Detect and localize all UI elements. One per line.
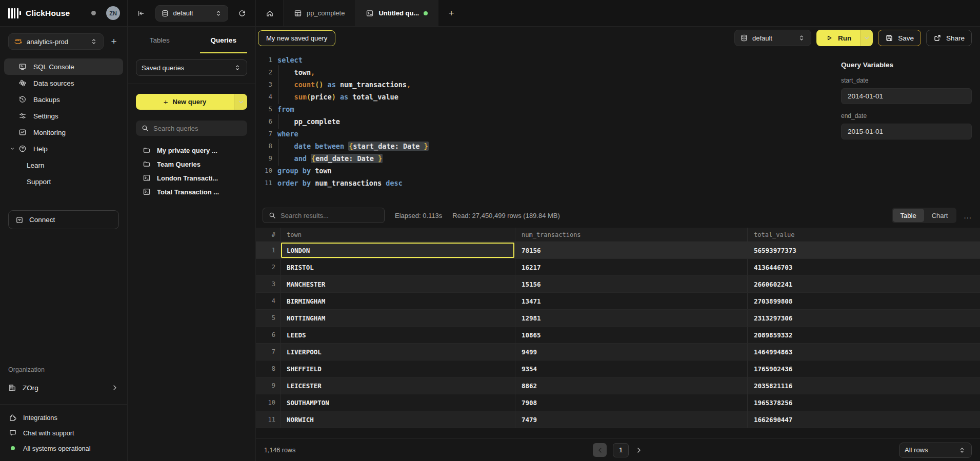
sidebar-item-monitoring[interactable]: Monitoring [4,124,123,141]
next-page-button[interactable] [635,446,643,454]
notification-dot-icon[interactable] [91,11,96,15]
view-table-button[interactable]: Table [893,209,924,222]
cell-total_value[interactable]: 4136446703 [747,259,980,275]
saved-query-tab[interactable]: My new saved query [258,30,335,46]
cell-town[interactable]: BIRMINGHAM [280,293,515,309]
saved-queries-select[interactable]: Saved queries [136,59,247,76]
cell-num_transactions[interactable]: 78156 [515,242,747,258]
row-index[interactable]: 7 [256,344,280,360]
cell-total_value[interactable]: 1662690447 [747,411,980,428]
cell-num_transactions[interactable]: 9354 [515,360,747,377]
cell-num_transactions[interactable]: 13471 [515,293,747,309]
home-button[interactable] [256,0,284,26]
cell-num_transactions[interactable]: 9499 [515,344,747,360]
cell-town[interactable]: LONDON [280,242,515,258]
table-row[interactable]: 5NOTTINGHAM129812313297306 [256,310,980,327]
editor-database-select[interactable]: default [734,30,811,46]
row-index[interactable]: 1 [256,242,280,258]
new-query-button[interactable]: + New query [136,94,247,110]
table-row[interactable]: 7LIVERPOOL94991464994863 [256,344,980,360]
connect-button[interactable]: Connect [8,210,119,229]
sidebar-item-settings[interactable]: Settings [4,108,123,124]
cell-total_value[interactable]: 56593977373 [747,242,980,258]
row-index[interactable]: 10 [256,394,280,411]
tab-tables[interactable]: Tables [128,27,192,53]
footer-item-chat-with-support[interactable]: Chat with support [0,425,127,440]
cell-num_transactions[interactable]: 10865 [515,327,747,343]
add-service-button[interactable]: + [108,36,120,47]
table-row[interactable]: 6LEEDS108652089859332 [256,327,980,344]
cell-total_value[interactable]: 2313297306 [747,310,980,326]
search-queries-input[interactable] [153,125,242,132]
cell-total_value[interactable]: 2703899808 [747,293,980,309]
cell-town[interactable]: MANCHESTER [280,276,515,292]
table-row[interactable]: 8SHEFFIELD93541765902436 [256,360,980,377]
sidebar-item-learn[interactable]: Learn [4,157,123,173]
cell-total_value[interactable]: 1965378256 [747,394,980,411]
cell-total_value[interactable]: 1464994863 [747,344,980,360]
cell-town[interactable]: LIVERPOOL [280,344,515,360]
cell-town[interactable]: LEEDS [280,327,515,343]
query-list-item[interactable]: Team Queries [136,157,247,171]
table-row[interactable]: 10SOUTHAMPTON79081965378256 [256,394,980,411]
cell-num_transactions[interactable]: 7479 [515,411,747,428]
query-list-item[interactable]: My private query ... [136,144,247,157]
footer-item-all-systems-operational[interactable]: All systems operational [0,440,127,456]
cell-num_transactions[interactable]: 16217 [515,259,747,275]
prev-page-button[interactable] [593,443,607,457]
run-button[interactable]: Run [816,30,860,46]
workspace-select[interactable]: analytics-prod [8,33,104,50]
query-list-item[interactable]: London Transacti... [136,171,247,185]
new-query-dropdown-button[interactable] [234,94,247,110]
table-row[interactable]: 11NORWICH74791662690447 [256,411,980,428]
variable-input-end_date[interactable] [841,124,972,139]
cell-town[interactable]: NORWICH [280,411,515,428]
sidebar-item-support[interactable]: Support [4,173,123,190]
row-index[interactable]: 8 [256,360,280,377]
workspace-tab-1[interactable]: Untitled qu... [355,0,438,26]
row-index[interactable]: 3 [256,276,280,292]
sidebar-item-help[interactable]: Help [4,141,123,157]
cell-total_value[interactable]: 2660602241 [747,276,980,292]
results-more-button[interactable]: ... [964,211,972,220]
sidebar-item-backups[interactable]: Backups [4,91,123,108]
new-tab-button[interactable]: + [438,0,464,26]
table-row[interactable]: 4BIRMINGHAM134712703899808 [256,293,980,310]
row-index[interactable]: 4 [256,293,280,309]
context-database-select[interactable]: default [155,5,228,22]
table-row[interactable]: 9LEICESTER88622035821116 [256,377,980,394]
sidebar-item-sql-console[interactable]: SQL Console [4,58,123,75]
cell-num_transactions[interactable]: 8862 [515,377,747,394]
view-chart-button[interactable]: Chart [924,209,956,222]
row-index[interactable]: 2 [256,259,280,275]
cell-total_value[interactable]: 2035821116 [747,377,980,394]
row-index[interactable]: 11 [256,411,280,428]
table-row[interactable]: 2BRISTOL162174136446703 [256,259,980,276]
sidebar-item-data-sources[interactable]: Data sources [4,75,123,91]
page-size-select[interactable]: All rows [899,443,972,458]
current-page[interactable]: 1 [613,443,629,457]
cell-town[interactable]: SHEFFIELD [280,360,515,377]
row-index[interactable]: 5 [256,310,280,326]
collapse-sidebar-icon[interactable] [137,9,145,17]
cell-num_transactions[interactable]: 15156 [515,276,747,292]
cell-total_value[interactable]: 2089859332 [747,327,980,343]
workspace-tab-0[interactable]: pp_complete [284,0,355,26]
cell-town[interactable]: LEICESTER [280,377,515,394]
cell-town[interactable]: NOTTINGHAM [280,310,515,326]
cell-town[interactable]: BRISTOL [280,259,515,275]
tab-queries[interactable]: Queries [192,27,256,53]
cell-total_value[interactable]: 1765902436 [747,360,980,377]
table-row[interactable]: 1LONDON7815656593977373 [256,242,980,259]
variable-input-start_date[interactable] [841,88,972,104]
run-options-button[interactable] [860,30,873,46]
table-row[interactable]: 3MANCHESTER151562660602241 [256,276,980,293]
refresh-icon[interactable] [238,9,246,17]
cell-num_transactions[interactable]: 7908 [515,394,747,411]
row-index[interactable]: 9 [256,377,280,394]
sql-editor[interactable]: 1select2 town,3 count() as num_transacti… [256,49,841,203]
avatar[interactable]: ZN [106,6,120,20]
row-index[interactable]: 6 [256,327,280,343]
footer-item-integrations[interactable]: Integrations [0,410,127,425]
cell-num_transactions[interactable]: 12981 [515,310,747,326]
